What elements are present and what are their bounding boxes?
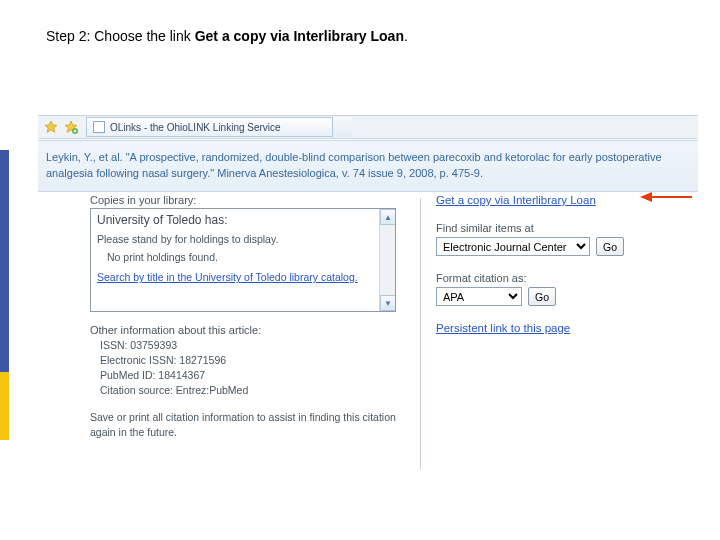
- other-info-section: Other information about this article: IS…: [90, 324, 410, 396]
- copies-label: Copies in your library:: [90, 194, 410, 206]
- browser-tab-strip: OLinks - the OhioLINK Linking Service: [38, 115, 698, 139]
- svg-marker-0: [45, 121, 57, 132]
- eissn-row: Electronic ISSN: 18271596: [100, 354, 410, 366]
- find-similar-section: Find similar items at Electronic Journal…: [436, 222, 676, 256]
- tab-drop-handle[interactable]: [332, 117, 352, 137]
- instruction-text: Step 2: Choose the link Get a copy via I…: [46, 28, 408, 44]
- save-note: Save or print all citation information t…: [90, 410, 400, 439]
- other-info-label: Other information about this article:: [90, 324, 410, 336]
- scroll-up-icon[interactable]: ▲: [380, 209, 396, 225]
- catalog-search-link[interactable]: Search by title in the University of Tol…: [97, 271, 358, 285]
- format-citation-section: Format citation as: APA Go: [436, 272, 676, 306]
- holdings-none-text: No print holdings found.: [107, 251, 377, 263]
- favorites-star-icon[interactable]: [44, 120, 58, 134]
- page-icon: [93, 121, 105, 133]
- persistent-link[interactable]: Persistent link to this page: [436, 322, 570, 334]
- holdings-scrollbar[interactable]: ▲ ▼: [379, 209, 395, 311]
- main-content: Copies in your library: University of To…: [90, 194, 690, 439]
- pmid-row: PubMed ID: 18414367: [100, 369, 410, 381]
- issn-row: ISSN: 03759393: [100, 339, 410, 351]
- format-citation-select[interactable]: APA: [436, 287, 522, 306]
- holdings-box: University of Toledo has: Please stand b…: [90, 208, 396, 312]
- format-citation-label: Format citation as:: [436, 272, 676, 284]
- instruction-suffix: .: [404, 28, 408, 44]
- find-similar-select[interactable]: Electronic Journal Center: [436, 237, 590, 256]
- format-citation-go-button[interactable]: Go: [528, 287, 556, 306]
- add-favorite-star-icon[interactable]: [64, 120, 78, 134]
- holdings-title: University of Toledo has:: [97, 213, 377, 227]
- tab-title: OLinks - the OhioLINK Linking Service: [110, 122, 281, 133]
- holdings-wait-text: Please stand by for holdings to display.: [97, 233, 377, 245]
- find-similar-label: Find similar items at: [436, 222, 676, 234]
- scroll-down-icon[interactable]: ▼: [380, 295, 396, 311]
- right-column: Get a copy via Interlibrary Loan Find si…: [436, 194, 676, 439]
- browser-tab[interactable]: OLinks - the OhioLINK Linking Service: [86, 117, 352, 137]
- citation-text: Leykin, Y., et al. "A prospective, rando…: [46, 151, 662, 179]
- citation-bar: Leykin, Y., et al. "A prospective, rando…: [38, 140, 698, 192]
- left-column: Copies in your library: University of To…: [90, 194, 410, 439]
- holdings-content: University of Toledo has: Please stand b…: [97, 213, 377, 285]
- instruction-bold: Get a copy via Interlibrary Loan: [195, 28, 404, 44]
- side-accent-yellow: [0, 372, 9, 440]
- citation-source-row: Citation source: Entrez:PubMed: [100, 384, 410, 396]
- instruction-prefix: Step 2: Choose the link: [46, 28, 195, 44]
- find-similar-go-button[interactable]: Go: [596, 237, 624, 256]
- interlibrary-loan-link[interactable]: Get a copy via Interlibrary Loan: [436, 194, 596, 206]
- persistent-link-section: Persistent link to this page: [436, 322, 676, 334]
